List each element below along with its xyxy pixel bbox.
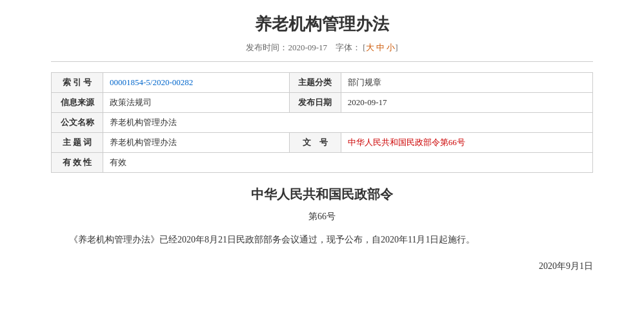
- label-doc-name: 公文名称: [52, 113, 103, 133]
- date-line: 2020年9月1日: [51, 261, 593, 272]
- label-validity: 有 效 性: [52, 153, 103, 173]
- table-row: 公文名称 养老机构管理办法: [52, 113, 593, 133]
- label-theme-category: 主题分类: [289, 73, 341, 93]
- value-keywords: 养老机构管理办法: [103, 133, 290, 153]
- label-keywords: 主 题 词: [52, 133, 103, 153]
- font-small-link[interactable]: 小: [387, 43, 395, 52]
- publish-time: 发布时间：2020-09-17: [246, 43, 327, 52]
- order-number: 第66号: [51, 211, 593, 223]
- table-row: 索 引 号 00001854-5/2020-00282 主题分类 部门规章: [52, 73, 593, 93]
- table-row: 有 效 性 有效: [52, 153, 593, 173]
- page-title: 养老机构管理办法: [51, 13, 593, 35]
- value-index-num: 00001854-5/2020-00282: [103, 73, 290, 93]
- font-large-link[interactable]: 大: [366, 43, 374, 52]
- meta-line: 发布时间：2020-09-17 字体： [大 中 小]: [51, 42, 593, 54]
- font-label: 字体：: [336, 43, 361, 52]
- value-publish-date: 2020-09-17: [341, 93, 592, 113]
- value-doc-number: 中华人民共和国民政部令第66号: [341, 133, 592, 153]
- body-text: 《养老机构管理办法》已经2020年8月21日民政部部务会议通过，现予公布，自20…: [51, 232, 593, 248]
- value-validity: 有效: [103, 153, 593, 173]
- value-doc-name: 养老机构管理办法: [103, 113, 593, 133]
- page-container: 养老机构管理办法 发布时间：2020-09-17 字体： [大 中 小] 索 引…: [32, 0, 612, 285]
- value-info-source: 政策法规司: [103, 93, 290, 113]
- info-table: 索 引 号 00001854-5/2020-00282 主题分类 部门规章 信息…: [51, 72, 593, 173]
- label-index-num: 索 引 号: [52, 73, 103, 93]
- label-publish-date: 发布日期: [289, 93, 341, 113]
- section-title: 中华人民共和国民政部令: [51, 186, 593, 203]
- font-bracket-close: ]: [395, 43, 397, 52]
- divider: [51, 61, 593, 62]
- value-theme-category: 部门规章: [341, 73, 592, 93]
- label-info-source: 信息来源: [52, 93, 103, 113]
- table-row: 主 题 词 养老机构管理办法 文 号 中华人民共和国民政部令第66号: [52, 133, 593, 153]
- table-row: 信息来源 政策法规司 发布日期 2020-09-17: [52, 93, 593, 113]
- font-medium-link[interactable]: 中: [376, 43, 385, 52]
- label-doc-number: 文 号: [289, 133, 341, 153]
